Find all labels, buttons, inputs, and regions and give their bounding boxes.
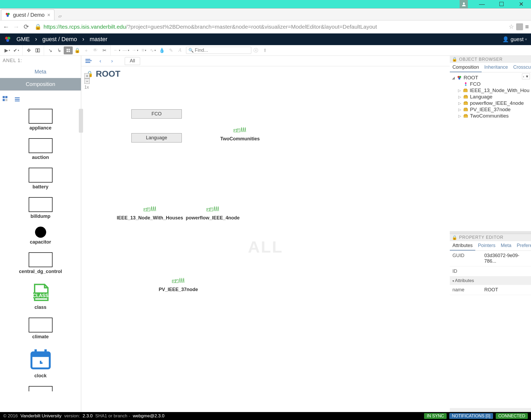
breadcrumb-project[interactable]: guest / Demo <box>42 36 77 43</box>
browser-back-button[interactable]: ← <box>2 23 10 31</box>
window-maximize-button[interactable]: ☐ <box>492 0 511 8</box>
browser-newtab-button[interactable]: ▱ <box>56 12 64 20</box>
node-box-fco[interactable]: FCO <box>131 109 182 119</box>
search-input[interactable] <box>195 47 249 53</box>
curve-style-button[interactable]: ∿ <box>148 46 157 54</box>
play-button[interactable]: ▶ <box>3 46 12 54</box>
tree-root-row[interactable]: ◢ ROOT <box>451 75 529 81</box>
check-button[interactable]: ✔ <box>12 46 21 54</box>
left-tab-meta[interactable]: Meta <box>0 66 81 78</box>
tree-row[interactable]: ▷Language <box>458 94 529 100</box>
edit-pen-button[interactable]: ✎ <box>166 46 175 54</box>
status-sync-badge[interactable]: IN SYNC <box>424 413 447 419</box>
url-path: /?project=guest%2BDemo&branch=master&nod… <box>126 24 377 30</box>
node-item[interactable]: PV_IEEE_37node <box>159 275 198 292</box>
object-browser-hscrollbar[interactable] <box>450 231 531 234</box>
tree-row[interactable]: ▷IEEE_13_Node_With_Hou <box>458 87 529 94</box>
user-menu[interactable]: 👤 guest ▿ <box>502 36 527 42</box>
expander-open-icon[interactable]: ◢ <box>451 76 455 80</box>
prop-row-guid[interactable]: GUID 03d36072-9e09-786... <box>450 251 531 266</box>
browser-url-input[interactable]: 🔒 https://tes.rcps.isis.vanderbilt.edu/?… <box>32 24 507 30</box>
arrow-right-style-button[interactable]: → <box>130 46 139 54</box>
bookmark-star-icon[interactable]: ☆ <box>509 23 514 30</box>
ob-tab-crosscut[interactable]: Crosscut <box>511 63 531 72</box>
left-tab-composition[interactable]: Composition <box>0 78 81 90</box>
palette-item-clock[interactable]: clock <box>17 347 64 379</box>
ob-tab-composition[interactable]: Composition <box>450 63 482 72</box>
connector-angle-button[interactable]: ↳ <box>55 46 64 54</box>
window-close-button[interactable]: ✕ <box>511 0 531 8</box>
property-editor-hscrollbar[interactable] <box>450 408 531 412</box>
palette-item-class[interactable]: CLASSclass <box>17 282 64 310</box>
tree-row[interactable]: ▷TwoCommunities <box>458 113 529 119</box>
expander-icon[interactable]: ▷ <box>458 101 461 105</box>
palette-item-billdump[interactable]: billdump <box>17 197 64 219</box>
lock-button[interactable]: 🔒 <box>73 46 82 54</box>
palette-item-capacitor[interactable]: capacitor <box>17 227 64 245</box>
move-button[interactable]: ✥ <box>24 46 33 54</box>
arrow-left-style-button[interactable]: ← <box>112 46 121 54</box>
palette-item-auction[interactable]: auction <box>17 138 64 160</box>
browser-extension-button[interactable] <box>516 23 523 30</box>
tree-row[interactable]: ▷powerflow_IEEE_4node <box>458 100 529 106</box>
cut-connection-button[interactable]: ✂ <box>100 46 109 54</box>
tree-filter-button[interactable]: ‹ ▼ <box>522 73 530 79</box>
palette-item-battery[interactable]: battery <box>17 168 64 190</box>
nav-next-button[interactable]: › <box>107 58 117 64</box>
browser-forward-button[interactable]: → <box>12 23 20 31</box>
prop-group-attributes[interactable]: Attributes <box>450 276 531 285</box>
status-notifications-badge[interactable]: NOTIFICATIONS [0] <box>449 413 493 419</box>
palette-item-climate[interactable]: climate <box>17 318 64 340</box>
text-button[interactable]: A <box>175 46 184 54</box>
align-button[interactable]: ≡ <box>139 46 148 54</box>
node-item[interactable]: powerflow_IEEE_4node <box>186 203 240 221</box>
sidebyside-button[interactable] <box>33 46 42 54</box>
list-view-icon[interactable] <box>15 93 20 101</box>
snap-grid-button[interactable] <box>64 46 73 54</box>
upload-button[interactable]: ⬆ <box>260 46 269 54</box>
connector-line-button[interactable]: ↘ <box>46 46 55 54</box>
pe-tab-meta[interactable]: Meta <box>498 241 514 250</box>
ink-button[interactable]: 💧 <box>157 46 166 54</box>
breadcrumb-menu-button[interactable] <box>83 59 94 63</box>
os-user-badge[interactable] <box>460 0 468 8</box>
pe-tab-attributes[interactable]: Attributes <box>450 241 475 250</box>
browser-menu-button[interactable]: ≡ <box>525 23 529 31</box>
node-item[interactable]: IEEE_13_Node_With_Houses <box>117 203 183 221</box>
tab-close-icon[interactable]: × <box>47 12 50 18</box>
canvas-tab-all[interactable]: All <box>125 57 140 65</box>
node-box-language[interactable]: Language <box>131 133 182 142</box>
zoom-in-button[interactable]: + <box>84 73 90 79</box>
palette-item-appliance[interactable]: appliance <box>17 109 64 131</box>
add-button[interactable]: ＋ <box>82 46 91 54</box>
browser-tab[interactable]: guest / Demo × <box>1 10 54 20</box>
prop-row-name[interactable]: name ROOT <box>450 285 531 295</box>
node-item[interactable]: TwoCommunities <box>220 124 260 142</box>
prop-row-id[interactable]: ID <box>450 266 531 276</box>
tree-row[interactable]: ▷PV_IEEE_37node <box>458 106 529 113</box>
expander-icon[interactable]: ▷ <box>458 95 461 99</box>
pe-tab-preferences[interactable]: Preferences <box>514 241 531 250</box>
browser-reload-button[interactable]: ⟳ <box>22 23 30 31</box>
line-style-button[interactable]: — <box>121 46 130 54</box>
app-name[interactable]: GME <box>16 36 30 43</box>
expander-icon[interactable]: ▷ <box>458 88 461 93</box>
nav-prev-button[interactable]: ‹ <box>95 58 106 64</box>
window-minimize-button[interactable]: — <box>472 0 492 8</box>
diagram-canvas[interactable]: ALL FCOLanguageTwoCommunitiesIEEE_13_Nod… <box>81 81 450 412</box>
status-connection-badge[interactable]: CONNECTED <box>496 413 528 419</box>
expander-icon[interactable]: ▷ <box>458 107 461 112</box>
ob-tab-inheritance[interactable]: Inheritance <box>482 63 511 72</box>
search-box[interactable]: 🔍 <box>186 47 251 54</box>
expander-icon[interactable]: ▷ <box>458 114 461 118</box>
tree-row[interactable]: FCO <box>458 81 529 87</box>
pe-tab-pointers[interactable]: Pointers <box>475 241 498 250</box>
breadcrumb-branch[interactable]: master <box>90 36 107 43</box>
palette-item-central_dg_control[interactable]: central_dg_control <box>17 252 64 274</box>
visibility-button[interactable]: 👁 <box>91 46 100 54</box>
grid-view-icon[interactable] <box>3 93 8 101</box>
object-tree[interactable]: ‹ ▼ ◢ ROOT FCO▷IEEE_13_Node_With_Hou▷Lan… <box>450 72 531 231</box>
prop-value[interactable]: ROOT <box>484 287 528 293</box>
clear-search-button[interactable]: ⓧ <box>251 46 260 54</box>
palette-scroll[interactable]: applianceauctionbatterybilldumpcapacitor… <box>0 104 81 412</box>
